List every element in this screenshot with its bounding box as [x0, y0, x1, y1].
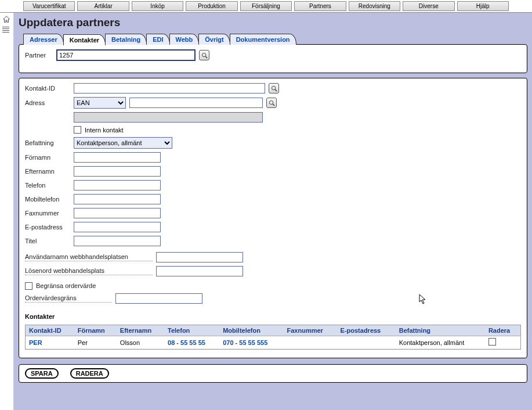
- th-telefon[interactable]: Telefon: [164, 325, 219, 336]
- svg-point-4: [269, 100, 273, 104]
- titel-label: Titel: [25, 238, 70, 244]
- th-befattning[interactable]: Befattning: [396, 325, 485, 336]
- menu-redovisning[interactable]: Redovisning: [349, 1, 400, 11]
- th-epostadress[interactable]: E-postadress: [337, 325, 396, 336]
- tab-dokumentversion[interactable]: Dokumentversion: [230, 34, 296, 45]
- partner-input[interactable]: [56, 49, 196, 61]
- efternamn-label: Efternamn: [25, 168, 70, 175]
- adress-search-button[interactable]: [266, 98, 277, 108]
- th-faxnummer[interactable]: Faxnummer: [283, 325, 336, 336]
- footer-panel: SPARA RADERA: [19, 364, 527, 383]
- losenord-label: Lösenord webbhandelsplats: [25, 267, 153, 275]
- adress-input[interactable]: [129, 98, 263, 108]
- mobiltelefon-label: Mobiltelefon: [25, 196, 70, 203]
- ordervardesgrans-label: Ordervärdesgräns: [25, 294, 112, 303]
- tab-ovrigt[interactable]: Övrigt: [198, 34, 230, 45]
- tab-adresser[interactable]: Adresser: [23, 34, 64, 45]
- epost-input[interactable]: [74, 222, 161, 232]
- titel-input[interactable]: [74, 236, 161, 246]
- epost-label: E-postadress: [25, 224, 70, 231]
- top-menu: Varucertifikat Artiklar Inköp Produktion…: [0, 0, 532, 13]
- th-radera: Radera: [485, 325, 520, 336]
- menu-varucertifikat[interactable]: Varucertifikat: [23, 1, 75, 11]
- form-panel: Kontakt-ID Adress EAN: [19, 78, 527, 358]
- adress-select[interactable]: EAN: [74, 97, 126, 109]
- menu-hjalp[interactable]: Hjälp: [457, 1, 509, 11]
- faxnummer-label: Faxnummer: [25, 210, 70, 217]
- faxnummer-input[interactable]: [74, 208, 161, 218]
- menu-partners[interactable]: Partners: [294, 1, 346, 11]
- kontakt-id-input[interactable]: [74, 83, 265, 93]
- td-efternamn: Olsson: [117, 336, 164, 349]
- th-mobiltelefon[interactable]: Mobiltelefon: [219, 325, 283, 336]
- table-row: PER Per Olsson 08 - 55 55 55 070 - 55 55…: [26, 336, 520, 349]
- table-header-row: Kontakt-ID Förnamn Efternamn Telefon Mob…: [26, 325, 520, 336]
- intern-kontakt-label: Intern kontakt: [85, 127, 124, 134]
- td-epost: [337, 336, 396, 349]
- th-kontakt-id[interactable]: Kontakt-ID: [26, 325, 74, 336]
- tab-webb[interactable]: Webb: [169, 34, 200, 45]
- kontakt-id-search-button[interactable]: [269, 83, 279, 93]
- tab-betalning[interactable]: Betalning: [105, 34, 147, 45]
- befattning-label: Befattning: [25, 139, 70, 146]
- svg-point-0: [202, 53, 205, 56]
- td-kontakt-id[interactable]: PER: [26, 336, 74, 349]
- th-efternamn[interactable]: Efternamn: [117, 325, 164, 336]
- contacts-section-title: Kontakter: [25, 313, 521, 320]
- td-fax: [283, 336, 336, 349]
- menu-artiklar[interactable]: Artiklar: [77, 1, 129, 11]
- delete-row-checkbox[interactable]: [488, 338, 496, 346]
- td-befattning: Kontaktperson, allmänt: [396, 336, 485, 349]
- svg-point-2: [272, 86, 275, 89]
- befattning-select[interactable]: Kontaktperson, allmänt: [74, 137, 172, 149]
- adress-label: Adress: [25, 99, 70, 106]
- partner-search-button[interactable]: [199, 50, 209, 60]
- begransa-checkbox[interactable]: [25, 282, 32, 290]
- anvandarnamn-input[interactable]: [156, 252, 243, 262]
- delete-button[interactable]: RADERA: [70, 368, 109, 379]
- fornamn-input[interactable]: [74, 152, 161, 163]
- intern-kontakt-checkbox[interactable]: [74, 126, 81, 134]
- telefon-label: Telefon: [25, 182, 70, 189]
- partner-label: Partner: [25, 52, 53, 59]
- losenord-input[interactable]: [156, 266, 243, 276]
- efternamn-input[interactable]: [74, 166, 161, 177]
- svg-line-1: [205, 56, 207, 58]
- mobiltelefon-input[interactable]: [74, 194, 161, 204]
- td-telefon[interactable]: 08 - 55 55 55: [164, 336, 219, 349]
- tab-kontakter[interactable]: Kontakter: [63, 34, 106, 45]
- svg-line-3: [275, 89, 277, 91]
- tabs: Adresser Kontakter Betalning EDI Webb Öv…: [19, 34, 527, 45]
- menu-forsaljning[interactable]: Försäljning: [240, 1, 292, 11]
- menu-lines-icon[interactable]: [2, 27, 12, 36]
- th-fornamn[interactable]: Förnamn: [74, 325, 117, 336]
- home-icon[interactable]: [2, 15, 12, 24]
- tab-edi[interactable]: EDI: [146, 34, 169, 45]
- main-content: Uppdatera partners Adresser Kontakter Be…: [14, 13, 532, 410]
- td-mobil[interactable]: 070 - 55 55 555: [219, 336, 283, 349]
- ordervardesgrans-input[interactable]: [115, 293, 202, 304]
- menu-produktion[interactable]: Produktion: [186, 1, 237, 11]
- adress-display-input: [74, 112, 263, 123]
- fornamn-label: Förnamn: [25, 154, 70, 161]
- contacts-table: Kontakt-ID Förnamn Efternamn Telefon Mob…: [25, 325, 521, 350]
- menu-diverse[interactable]: Diverse: [403, 1, 454, 11]
- save-button[interactable]: SPARA: [25, 368, 59, 379]
- left-rail: [0, 13, 14, 410]
- partner-panel: Partner: [19, 44, 527, 73]
- td-radera: [485, 336, 520, 349]
- kontakt-id-label: Kontakt-ID: [25, 85, 70, 92]
- svg-line-5: [273, 104, 274, 106]
- td-fornamn: Per: [74, 336, 117, 349]
- page-title: Uppdatera partners: [19, 16, 527, 29]
- telefon-input[interactable]: [74, 180, 161, 190]
- menu-inkop[interactable]: Inköp: [132, 1, 183, 11]
- begransa-label: Begränsa ordervärde: [36, 282, 96, 290]
- anvandarnamn-label: Användarnamn webbhandelsplatsen: [25, 253, 153, 261]
